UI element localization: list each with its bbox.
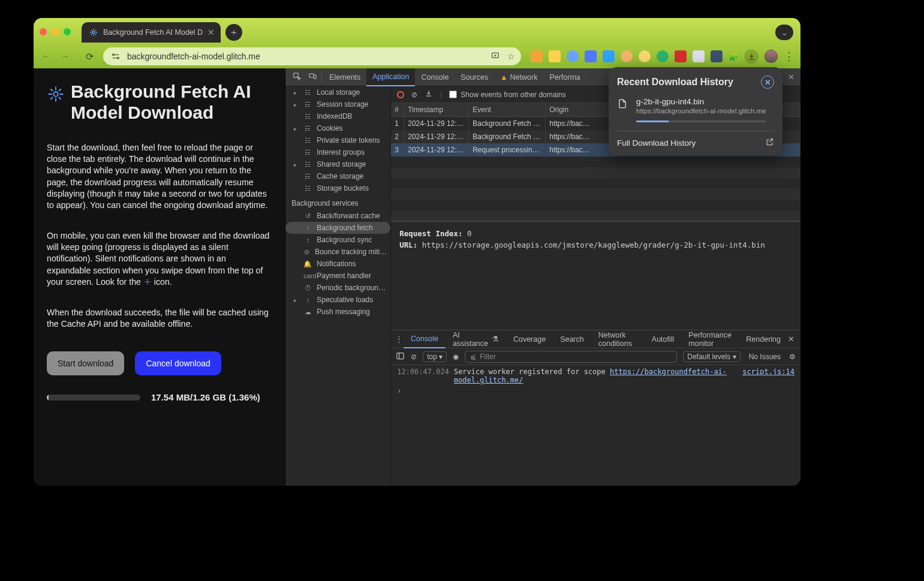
inspect-element-icon[interactable] <box>289 72 305 83</box>
sidebar-item[interactable]: cardPayment handler <box>285 270 390 282</box>
reload-icon[interactable]: ⟳ <box>82 51 97 62</box>
popup-close-icon[interactable]: ✕ <box>761 76 774 89</box>
nav-back-icon[interactable]: ← <box>38 51 54 62</box>
open-external-icon[interactable] <box>765 137 774 148</box>
extension-icon[interactable] <box>549 50 561 62</box>
application-sidebar[interactable]: ☷Local storage☷Session storage☷IndexedDB… <box>285 86 391 486</box>
extension-icon[interactable] <box>711 50 723 62</box>
service-icon: 🔔 <box>303 260 312 268</box>
devtools-tab-performance[interactable]: Performa <box>543 68 586 86</box>
extension-icon[interactable] <box>657 50 669 62</box>
console-prompt[interactable]: › <box>397 387 794 395</box>
extension-icon[interactable] <box>639 50 651 62</box>
sidebar-item[interactable]: ⏱Periodic backgroun… <box>285 282 390 294</box>
clear-icon[interactable]: ⊘ <box>411 91 417 99</box>
bookmark-icon[interactable]: ☆ <box>507 52 515 61</box>
sidebar-item[interactable]: ↺Back/forward cache <box>285 210 390 222</box>
extension-icon[interactable] <box>531 50 543 62</box>
cancel-download-button[interactable]: Cancel download <box>135 351 221 375</box>
start-download-button[interactable]: Start download <box>47 351 124 375</box>
drawer-tab-rendering[interactable]: Rendering <box>739 330 788 348</box>
context-selector[interactable]: top ▾ <box>423 351 447 362</box>
log-levels-selector[interactable]: Default levels ▾ <box>683 351 740 362</box>
events-empty-rows <box>391 156 800 221</box>
drawer-tab-search[interactable]: Search <box>553 330 591 348</box>
drawer-tab-autofill[interactable]: Autofill <box>645 330 682 348</box>
site-settings-icon[interactable] <box>109 52 122 61</box>
download-progress-bar <box>47 395 140 401</box>
sidebar-item[interactable]: ☷Session storage <box>285 98 390 110</box>
devtools-close-icon[interactable]: ✕ <box>788 73 794 82</box>
devtools-tab-console[interactable]: Console <box>415 68 455 86</box>
storage-icon: ☷ <box>303 149 312 156</box>
save-events-icon[interactable] <box>425 89 433 100</box>
service-icon: ☁ <box>303 308 312 316</box>
sidebar-item[interactable]: ⊘Bounce tracking miti… <box>285 246 390 258</box>
downloads-icon[interactable] <box>744 49 759 64</box>
address-bar[interactable]: backgroundfetch-ai-model.glitch.me ☆ <box>103 47 521 65</box>
clear-console-icon[interactable]: ⊘ <box>411 353 417 361</box>
console-settings-icon[interactable]: ⚙ <box>789 353 796 361</box>
drawer-tab-console[interactable]: Console <box>404 330 446 348</box>
browser-menu-icon[interactable]: ⋮ <box>784 50 794 63</box>
live-expression-icon[interactable]: ◉ <box>453 353 459 361</box>
log-source-link[interactable]: script.js:14 <box>742 368 794 376</box>
extension-icon[interactable] <box>567 50 579 62</box>
event-detail-url[interactable]: https://storage.googleapis.com/jmstore/k… <box>422 240 765 249</box>
extension-icon[interactable] <box>621 50 633 62</box>
drawer-tab-netcond[interactable]: Network conditions <box>591 330 645 348</box>
devtools-tab-sources[interactable]: Sources <box>455 68 494 86</box>
browser-tab[interactable]: Background Fetch AI Model D ✕ <box>82 22 221 43</box>
console-filter-input[interactable]: ⫹ Filter <box>465 351 677 363</box>
drawer-tab-coverage[interactable]: Coverage <box>506 330 553 348</box>
download-item[interactable]: g-2b-it-gpu-int4.bin https://backgroundf… <box>617 97 774 122</box>
profile-avatar[interactable] <box>765 50 778 63</box>
extension-icon[interactable] <box>603 50 615 62</box>
zoom-window-icon[interactable] <box>64 28 71 35</box>
sidebar-item[interactable]: ☷IndexedDB <box>285 110 390 122</box>
drawer-tabs: ⋮ Console AI assistance⚗ Coverage Search… <box>391 330 800 348</box>
console-sidebar-toggle-icon[interactable] <box>396 351 405 362</box>
drawer-close-icon[interactable]: ✕ <box>788 335 800 344</box>
sidebar-item[interactable]: 🔔Notifications <box>285 258 390 270</box>
sidebar-item[interactable]: ↕Background sync <box>285 234 390 246</box>
chevron-right-icon <box>294 89 299 96</box>
tab-overflow-button[interactable]: ⌄ <box>775 25 793 40</box>
sidebar-item[interactable]: ☷Cache storage <box>285 170 390 182</box>
sidebar-item[interactable]: ☷Cookies <box>285 122 390 134</box>
new-tab-button[interactable]: ＋ <box>225 24 242 41</box>
sidebar-item[interactable]: ↕Speculative loads <box>285 294 390 306</box>
nav-forward-icon[interactable]: → <box>58 51 73 62</box>
drawer-tab-perfmon[interactable]: Performance monitor <box>681 330 739 348</box>
issues-indicator[interactable]: No Issues <box>749 353 781 361</box>
close-tab-icon[interactable]: ✕ <box>207 28 215 37</box>
devtools-tab-application[interactable]: Application <box>366 68 415 86</box>
svg-point-5 <box>147 281 148 282</box>
sidebar-item[interactable]: ☷Storage buckets <box>285 182 390 194</box>
devtools-tab-network[interactable]: ▲Network <box>494 68 543 86</box>
sidebar-item-label: Background fetch <box>317 224 372 232</box>
minimize-window-icon[interactable] <box>52 28 59 35</box>
console-body[interactable]: 12:06:47.024 Service worker registered f… <box>391 365 800 486</box>
sidebar-item[interactable]: ☷Local storage <box>285 86 390 98</box>
extensions-menu-icon[interactable]: 🧩 <box>729 52 738 61</box>
record-icon[interactable] <box>397 91 404 98</box>
sidebar-item[interactable]: ☷Interest groups <box>285 146 390 158</box>
drawer-tab-ai[interactable]: AI assistance⚗ <box>446 330 506 348</box>
sidebar-item[interactable]: ↕Background fetch <box>285 222 390 234</box>
sidebar-item[interactable]: ☁Push messaging <box>285 306 390 318</box>
web-page: Background Fetch AI Model Download Start… <box>34 68 285 486</box>
extension-icon[interactable] <box>585 50 597 62</box>
install-app-icon[interactable] <box>490 51 500 62</box>
sidebar-item[interactable]: ☷Shared storage <box>285 158 390 170</box>
device-toolbar-icon[interactable] <box>305 72 320 83</box>
show-other-domains-checkbox[interactable]: Show events from other domains <box>449 91 565 99</box>
extension-icon[interactable] <box>675 50 687 62</box>
full-history-link[interactable]: Full Download History <box>617 139 696 147</box>
devtools-tab-elements[interactable]: Elements <box>323 68 366 86</box>
extension-icon[interactable] <box>693 50 705 62</box>
window-controls[interactable] <box>40 28 71 35</box>
sidebar-item[interactable]: ☷Private state tokens <box>285 134 390 146</box>
close-window-icon[interactable] <box>40 28 47 35</box>
drawer-kebab-icon[interactable]: ⋮ <box>395 335 404 344</box>
